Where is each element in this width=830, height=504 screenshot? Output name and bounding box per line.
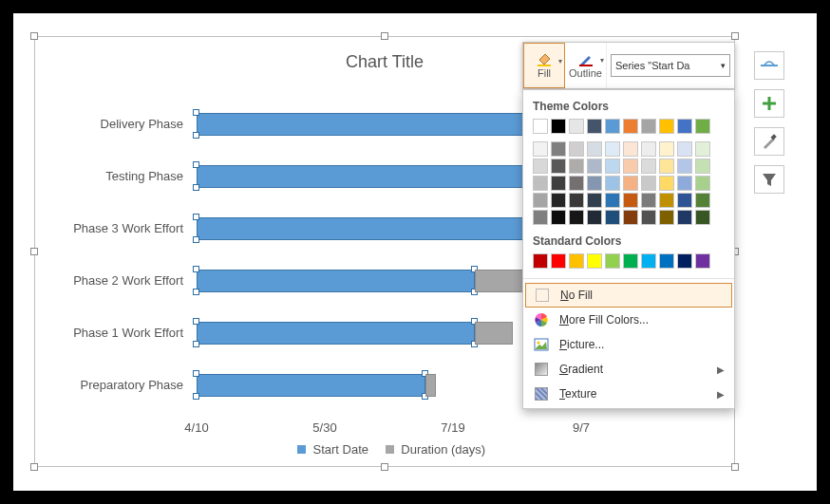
selection-handle[interactable] [193,236,199,243]
color-swatch[interactable] [695,176,710,191]
color-swatch[interactable] [623,253,638,269]
color-swatch[interactable] [587,253,602,269]
resize-handle-tl[interactable] [30,32,38,40]
color-swatch[interactable] [659,119,674,134]
selection-handle[interactable] [193,109,199,116]
selection-handle[interactable] [193,370,199,377]
color-swatch[interactable] [569,176,584,191]
color-swatch[interactable] [677,253,692,269]
x-axis[interactable]: 4/105/307/199/7 [197,420,709,438]
gradient-fill-item[interactable]: Gradient ▶ [523,357,734,382]
color-swatch[interactable] [605,141,620,157]
color-swatch[interactable] [695,210,710,225]
color-swatch[interactable] [533,159,548,174]
bar-duration[interactable] [475,270,528,292]
color-swatch[interactable] [551,253,566,269]
color-swatch[interactable] [659,176,674,191]
color-swatch[interactable] [641,210,656,225]
color-swatch[interactable] [623,159,638,174]
color-swatch[interactable] [569,119,584,134]
bar-duration[interactable] [425,374,436,397]
color-swatch[interactable] [623,210,638,225]
legend[interactable]: Start Date Duration (days) [35,442,734,457]
color-swatch[interactable] [551,141,566,157]
color-swatch[interactable] [659,210,674,225]
selection-handle[interactable] [193,341,199,347]
color-swatch[interactable] [641,193,656,208]
color-swatch[interactable] [659,253,674,269]
bar-start-date[interactable] [197,217,528,240]
color-swatch[interactable] [623,176,638,191]
color-swatch[interactable] [659,159,674,174]
resize-handle-bl[interactable] [30,463,38,471]
resize-handle-l[interactable] [30,248,38,255]
resize-handle-t[interactable] [381,32,388,40]
color-swatch[interactable] [659,193,674,208]
color-swatch[interactable] [677,141,692,157]
no-fill-item[interactable]: No Fill [525,283,732,308]
color-swatch[interactable] [677,193,692,208]
color-swatch[interactable] [533,176,548,191]
color-swatch[interactable] [623,193,638,208]
color-swatch[interactable] [641,119,656,134]
color-swatch[interactable] [551,210,566,225]
color-swatch[interactable] [551,159,566,174]
color-swatch[interactable] [641,141,656,157]
selection-handle[interactable] [193,161,199,168]
color-swatch[interactable] [641,159,656,174]
more-fill-colors-item[interactable]: More Fill Colors... [523,308,734,332]
color-swatch[interactable] [659,141,674,157]
color-swatch[interactable] [533,253,548,269]
color-swatch[interactable] [695,193,710,208]
color-swatch[interactable] [623,141,638,157]
texture-fill-item[interactable]: Texture ▶ [523,382,734,406]
resize-handle-br[interactable] [731,463,739,471]
color-swatch[interactable] [605,159,620,174]
color-swatch[interactable] [587,176,602,191]
selection-handle[interactable] [193,393,199,400]
fill-button[interactable]: ▾ Fill [523,43,565,88]
color-swatch[interactable] [695,159,710,174]
color-swatch[interactable] [587,193,602,208]
series-selector[interactable]: Series "Start Da ▾ [611,54,730,77]
chart-styles-button[interactable] [754,127,784,156]
color-swatch[interactable] [641,253,656,269]
color-swatch[interactable] [569,159,584,174]
color-swatch[interactable] [551,193,566,208]
color-swatch[interactable] [551,119,566,134]
selection-handle[interactable] [193,289,199,295]
outline-button[interactable]: ▾ Outline [565,43,607,88]
color-swatch[interactable] [605,193,620,208]
color-swatch[interactable] [623,119,638,134]
selection-handle[interactable] [193,318,199,325]
color-swatch[interactable] [569,141,584,157]
color-swatch[interactable] [569,210,584,225]
color-swatch[interactable] [605,253,620,269]
color-swatch[interactable] [695,253,710,269]
bar-duration[interactable] [475,322,514,345]
color-swatch[interactable] [605,210,620,225]
color-swatch[interactable] [695,141,710,157]
selection-handle[interactable] [193,266,199,272]
chart-layout-button[interactable] [754,51,784,80]
color-swatch[interactable] [605,176,620,191]
color-swatch[interactable] [533,119,548,134]
color-swatch[interactable] [677,210,692,225]
bar-start-date[interactable] [197,270,475,292]
resize-handle-tr[interactable] [731,32,739,40]
color-swatch[interactable] [587,159,602,174]
color-swatch[interactable] [677,119,692,134]
color-swatch[interactable] [587,141,602,157]
picture-fill-item[interactable]: Picture... [523,332,734,357]
color-swatch[interactable] [533,141,548,157]
color-swatch[interactable] [569,193,584,208]
color-swatch[interactable] [677,159,692,174]
color-swatch[interactable] [587,210,602,225]
chart-elements-button[interactable] [754,89,784,118]
color-swatch[interactable] [587,119,602,134]
color-swatch[interactable] [677,176,692,191]
color-swatch[interactable] [569,253,584,269]
selection-handle[interactable] [193,184,199,191]
bar-start-date[interactable] [197,374,425,397]
color-swatch[interactable] [551,176,566,191]
